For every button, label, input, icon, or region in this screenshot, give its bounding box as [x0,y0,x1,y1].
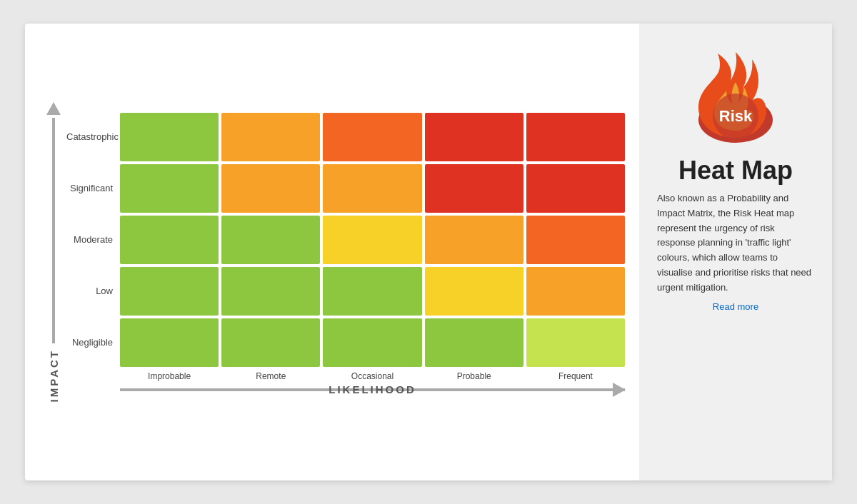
cell-r3-c3 [425,267,523,316]
matrix-wrapper: IMPACT CatastrophicSignificantModerateLo… [46,45,625,459]
row-label-catastrophic: Catastrophic [66,131,120,143]
matrix-row: Moderate [66,216,625,264]
row-label-significant: Significant [66,183,120,195]
cell-r4-c2 [323,318,421,367]
cell-r2-c0 [120,216,219,264]
cell-r0-c3 [425,113,523,161]
cell-r1-c1 [221,164,320,213]
col-labels: ImprobableRemoteOccasionalProbableFreque… [120,371,625,383]
cell-r1-c3 [425,164,523,213]
cell-r3-c1 [221,267,320,316]
matrix-row: Low [66,267,625,316]
flame-icon: Risk [689,45,782,145]
row-label-moderate: Moderate [66,234,120,246]
row-label-low: Low [66,286,120,298]
impact-arrow-icon [46,102,61,115]
cell-r3-c4 [526,267,625,316]
cell-r0-c2 [323,113,421,161]
main-card: IMPACT CatastrophicSignificantModerateLo… [25,24,832,480]
matrix-row: Negligible [66,318,625,367]
cell-r1-c2 [323,164,421,213]
flame-icon-container: Risk [689,45,782,145]
likelihood-axis: LIKELIHOOD [120,388,625,391]
cell-r4-c1 [221,318,320,367]
cell-r4-c3 [425,318,523,367]
svg-text:Risk: Risk [719,107,753,125]
cell-r3-c2 [323,267,421,316]
risk-description: Also known as a Probability and Impact M… [657,191,814,296]
likelihood-row: LIKELIHOOD [66,388,625,391]
row-cells [120,113,625,161]
cell-r1-c4 [526,164,625,213]
row-cells [120,216,625,264]
impact-label: IMPACT [48,349,60,402]
grid-area: CatastrophicSignificantModerateLowNeglig… [66,113,625,367]
impact-line [52,118,55,343]
impact-axis: IMPACT [46,102,61,402]
col-label-remote: Remote [221,371,320,383]
col-label-occasional: Occasional [323,371,421,383]
col-labels-row: ImprobableRemoteOccasionalProbableFreque… [66,371,625,383]
cell-r0-c1 [221,113,320,161]
row-cells [120,318,625,367]
cell-r3-c0 [120,267,219,316]
col-label-frequent: Frequent [526,371,625,383]
row-cells [120,164,625,213]
col-label-improbable: Improbable [120,371,219,383]
cell-r2-c1 [221,216,320,264]
cell-r2-c4 [526,216,625,264]
cell-r4-c0 [120,318,219,367]
read-more-link[interactable]: Read more [713,301,758,312]
cell-r0-c4 [526,113,625,161]
row-cells [120,267,625,316]
cell-r2-c2 [323,216,421,264]
cell-r1-c0 [120,164,219,213]
row-label-negligible: Negligible [66,337,120,349]
col-label-probable: Probable [425,371,523,383]
likelihood-label: LIKELIHOOD [120,383,625,395]
cell-r0-c0 [120,113,219,161]
cell-r2-c3 [425,216,523,264]
matrix-body: CatastrophicSignificantModerateLowNeglig… [66,113,625,391]
cell-r4-c4 [526,318,625,367]
left-panel: IMPACT CatastrophicSignificantModerateLo… [25,24,639,480]
risk-heat-map-title: Heat Map [678,156,793,186]
matrix-row: Catastrophic [66,113,625,161]
matrix-row: Significant [66,164,625,213]
right-panel: Risk Heat Map Also known as a Probabilit… [639,24,832,480]
